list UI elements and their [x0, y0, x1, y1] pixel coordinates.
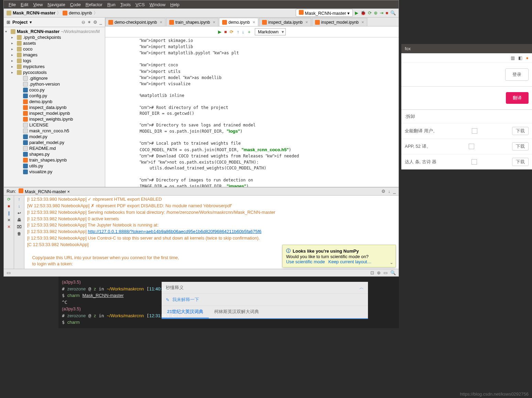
tree-node[interactable]: .gitignore [4, 75, 105, 81]
debug-icon[interactable]: 🐞 [360, 10, 366, 15]
add-cell-icon[interactable]: ＋ [247, 29, 251, 35]
tree-node[interactable]: model.py [4, 134, 105, 140]
move-up-icon[interactable]: ↑ [237, 29, 239, 34]
project-view-icon[interactable]: ⊞ [7, 20, 10, 25]
tree-node[interactable]: ▸mypictures [4, 64, 105, 69]
coverage-icon[interactable]: ⟳ [368, 10, 372, 15]
trash-icon[interactable]: 🗑 [17, 231, 21, 236]
menu-tools[interactable]: Tools [118, 1, 133, 8]
download-button[interactable]: 下载 [512, 158, 529, 166]
tree-node[interactable]: utils.py [4, 163, 105, 169]
dict-tab-2[interactable]: 柯林斯英汉双解大词典 [209, 306, 264, 318]
menu-code[interactable]: Code [68, 1, 83, 8]
sidebar-icon[interactable]: ◧ [518, 55, 522, 60]
breadcrumb-root[interactable]: Mask_RCNN-master [7, 10, 55, 15]
run-tab[interactable]: Mask_RCNN-master × [19, 188, 70, 194]
tree-node[interactable]: ▸.ipynb_checkpoints [4, 34, 105, 40]
keep-layout-link[interactable]: Keep current layout… [328, 259, 372, 264]
tree-node[interactable]: LICENSE [4, 122, 105, 128]
menu-run[interactable]: Run [105, 1, 118, 8]
project-tree[interactable]: ▾Mask_RCNN-master ~/Works/maskrcnn/M▸.ip… [4, 27, 105, 187]
up-icon[interactable]: ↑ [18, 197, 20, 202]
pause-icon[interactable]: ‖ [8, 211, 10, 215]
close-icon[interactable]: ✕ [7, 224, 11, 229]
close-tab-icon[interactable]: × [213, 20, 216, 25]
menu-view[interactable]: View [31, 1, 45, 8]
close-tab-icon[interactable]: × [160, 20, 162, 25]
tree-node[interactable]: ▾Mask_RCNN-master ~/Works/maskrcnn/M [4, 29, 105, 34]
hide-icon[interactable]: ⎯ [99, 20, 102, 25]
tree-node[interactable]: parallel_model.py [4, 140, 105, 145]
stop-icon[interactable]: ■ [8, 204, 10, 209]
tree-node[interactable]: ▸assets [4, 40, 105, 46]
close-tab-icon[interactable]: × [305, 20, 308, 25]
expand-icon[interactable]: ✶ [87, 20, 91, 25]
stop-icon[interactable]: ■ [386, 10, 388, 15]
status-icon[interactable]: ▭ [383, 270, 388, 275]
menu-vcs[interactable]: VCS [133, 1, 147, 8]
menu-refactor[interactable]: Refactor [84, 1, 105, 8]
hide-icon[interactable]: ⎯ [393, 189, 396, 194]
tree-node[interactable]: README.md [4, 145, 105, 151]
tree-node[interactable]: shapes.py [4, 151, 105, 157]
editor-tab[interactable]: train_shapes.ipynb× [166, 18, 218, 26]
run-icon[interactable]: ▶ [355, 10, 358, 15]
translate-button[interactable]: 翻译 [506, 92, 529, 104]
rerun-icon[interactable]: ⟳ [7, 197, 11, 202]
bookmark-icon[interactable]: ▥ [511, 55, 515, 60]
tool-window-icon[interactable]: ▭ [7, 270, 11, 275]
chevron-down-icon[interactable]: ⌄ [390, 260, 393, 265]
down-icon[interactable]: ↓ [18, 204, 20, 209]
download-button[interactable]: 下载 [512, 142, 529, 151]
print-icon[interactable]: 🖶 [17, 218, 21, 222]
breadcrumb-file[interactable]: demo.ipynb [63, 10, 92, 15]
tree-node[interactable]: ▸images [4, 52, 105, 58]
tree-node[interactable]: config.py [4, 93, 105, 99]
code-cell[interactable]: "kw">import skimage.io "kw">import matpl… [140, 37, 364, 187]
tree-node[interactable]: inspect_model.ipynb [4, 110, 105, 116]
exit-icon[interactable]: ⤫ [7, 218, 11, 222]
menu-file[interactable]: File [7, 1, 18, 8]
profile-icon[interactable]: ⊕ [374, 10, 378, 15]
move-down-icon[interactable]: ↓ [242, 29, 244, 34]
editor-tab[interactable]: inspect_model.ipynb× [312, 18, 367, 26]
login-button[interactable]: 登录 [505, 68, 529, 81]
close-tab-icon[interactable]: × [361, 20, 364, 25]
soft-wrap-icon[interactable]: ↩ [18, 211, 21, 215]
tree-node[interactable]: train_shapes.ipynb [4, 157, 105, 163]
project-title[interactable]: Project [12, 20, 28, 25]
menu-navigate[interactable]: Navigate [45, 1, 67, 8]
restart-kernel-icon[interactable]: ⟳ [230, 29, 234, 34]
tree-node[interactable]: ▸logs [4, 58, 105, 64]
status-icon[interactable]: ⊡ [370, 270, 374, 275]
menu-window[interactable]: Window [148, 1, 167, 8]
search-icon[interactable]: 🔍 [390, 10, 396, 15]
tree-node[interactable]: ▸coco [4, 46, 105, 52]
tree-node[interactable]: visualize.py [4, 169, 105, 175]
editor-tab[interactable]: demo-checkpoint.ipynb× [105, 18, 165, 26]
tree-node[interactable]: mask_rcnn_coco.h5 [4, 128, 105, 134]
collapse-icon[interactable]: ⊖ [82, 20, 85, 25]
tree-node[interactable]: .python-version [4, 81, 105, 87]
menu-edit[interactable]: Edit [19, 1, 30, 8]
tree-node[interactable]: inspect_weights.ipynb [4, 116, 105, 122]
editor-tab[interactable]: demo.ipynb× [219, 18, 258, 26]
stop-kernel-icon[interactable]: ■ [224, 29, 227, 34]
notification-icon[interactable]: ● [526, 55, 529, 60]
settings-icon[interactable]: ⚙ [93, 20, 97, 25]
tree-node[interactable]: demo.ipynb [4, 99, 105, 104]
download-button[interactable]: 下载 [512, 127, 529, 135]
status-icon[interactable]: 🔍 [390, 270, 396, 275]
menu-help[interactable]: Help [168, 1, 182, 8]
run-with-icon[interactable]: ⇥ [380, 10, 383, 15]
tree-node[interactable]: coco.py [4, 87, 105, 93]
pin-icon[interactable]: ↓ [388, 189, 391, 194]
status-icon[interactable]: ⊕ [377, 270, 381, 275]
notebook-editor[interactable]: "kw">import skimage.io "kw">import matpl… [105, 37, 399, 187]
collapse-icon[interactable]: ︿ [359, 285, 364, 291]
clear-icon[interactable]: ⌧ [17, 224, 22, 229]
run-config-selector[interactable]: Mask_RCNN-master ▾ [296, 9, 353, 17]
explain-link[interactable]: 我来解释一下 [172, 297, 199, 303]
tree-node[interactable]: ▸pycocotools [4, 69, 105, 75]
editor-tab[interactable]: inspect_data.ipynb× [259, 18, 311, 26]
